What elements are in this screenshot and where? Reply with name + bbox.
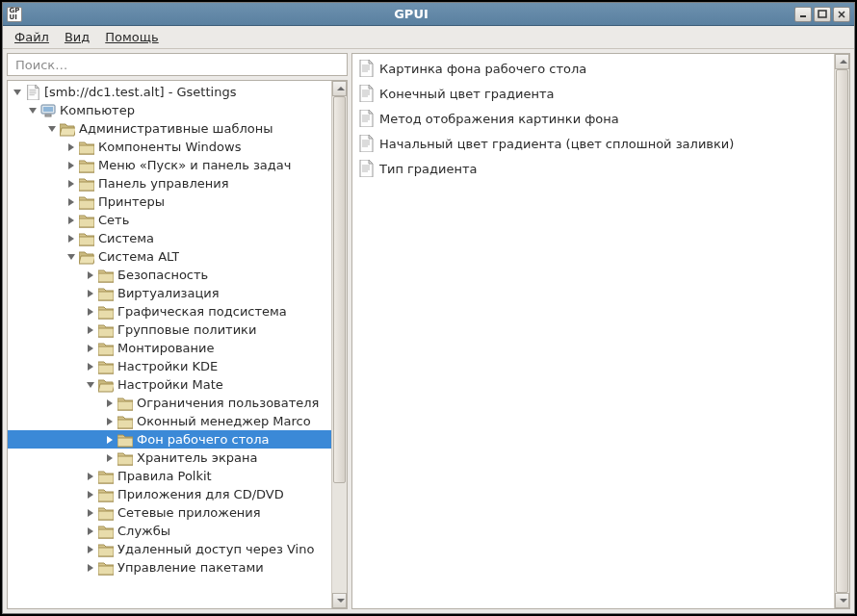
folder-icon (98, 286, 114, 301)
list-item[interactable]: Метод отображения картинки фона (352, 106, 834, 131)
scroll-track[interactable] (835, 69, 849, 593)
scroll-thumb[interactable] (333, 96, 346, 483)
right-panel: Картинка фона рабочего стола Конечный цв… (351, 53, 850, 609)
tree-item-user-restrictions[interactable]: Ограничения пользователя (8, 394, 331, 412)
tree-item-alt-system[interactable]: Система ALT (8, 247, 331, 266)
expander-icon[interactable] (104, 434, 116, 446)
tree-item-virtualization[interactable]: Виртуализация (8, 284, 331, 302)
close-button[interactable] (833, 7, 850, 22)
scroll-up-icon[interactable] (835, 54, 849, 69)
tree-item-kde-settings[interactable]: Настройки KDE (8, 357, 331, 375)
folder-icon (79, 140, 94, 155)
policy-list-body[interactable]: Картинка фона рабочего стола Конечный цв… (352, 54, 834, 608)
folder-open-icon (98, 377, 114, 393)
folder-icon (98, 505, 114, 521)
tree-item-mounting[interactable]: Монтирование (8, 339, 331, 357)
tree-item-graphics[interactable]: Графическая подсистема (8, 302, 331, 321)
tree-item-vino[interactable]: Удаленный доступ через Vino (8, 540, 331, 558)
expander-icon[interactable] (104, 398, 116, 409)
tree-item-screensaver[interactable]: Хранитель экрана (8, 449, 331, 467)
tree-item-system[interactable]: Система (8, 229, 331, 247)
tree-label: Безопасность (117, 268, 208, 282)
tree-item-mate-settings[interactable]: Настройки Mate (8, 375, 331, 394)
expander-icon[interactable] (85, 489, 96, 500)
expander-icon[interactable] (85, 361, 96, 372)
expander-icon[interactable] (85, 288, 96, 299)
expander-icon[interactable] (85, 471, 96, 482)
folder-icon (79, 213, 94, 228)
expander-icon[interactable] (85, 526, 96, 537)
tree-item-security[interactable]: Безопасность (8, 266, 331, 284)
tree-item-computer[interactable]: Компьютер (8, 101, 331, 119)
list-item[interactable]: Картинка фона рабочего стола (352, 56, 834, 81)
menu-help[interactable]: Помощь (99, 28, 164, 46)
expander-icon[interactable] (85, 507, 96, 519)
search-input[interactable] (13, 57, 341, 73)
tree-item-desktop-bg[interactable]: Фон рабочего стола (8, 430, 331, 449)
expander-icon[interactable] (85, 544, 96, 555)
expander-icon[interactable] (85, 343, 96, 354)
expander-icon[interactable] (85, 306, 96, 318)
document-icon (25, 85, 40, 100)
list-item[interactable]: Тип градиента (352, 156, 834, 181)
tree-item-cd-dvd[interactable]: Приложения для CD/DVD (8, 485, 331, 503)
expander-icon[interactable] (65, 233, 77, 244)
expander-icon[interactable] (65, 215, 77, 226)
titlebar[interactable]: GPUI GPUI (3, 3, 854, 26)
menubar: Файл Вид Помощь (3, 26, 854, 49)
expander-icon[interactable] (85, 379, 96, 391)
expander-icon[interactable] (12, 87, 23, 98)
expander-icon[interactable] (85, 324, 96, 336)
list-item-label: Тип градиента (379, 162, 478, 176)
minimize-button[interactable] (794, 7, 812, 22)
tree-item-polkit[interactable]: Правила Polkit (8, 467, 331, 485)
menu-file[interactable]: Файл (9, 28, 55, 46)
expander-icon[interactable] (104, 416, 116, 427)
tree-item-marco[interactable]: Оконный менеджер Marco (8, 412, 331, 430)
expander-icon[interactable] (85, 270, 96, 281)
tree-item-network[interactable]: Сеть (8, 211, 331, 229)
scroll-down-icon[interactable] (332, 593, 347, 608)
list-scrollbar[interactable] (834, 54, 849, 608)
scroll-thumb[interactable] (836, 69, 848, 593)
tree-item-net-apps[interactable]: Сетевые приложения (8, 503, 331, 522)
folder-icon (79, 158, 94, 173)
menu-view[interactable]: Вид (59, 28, 95, 46)
folder-icon (98, 487, 114, 502)
tree-label: Управление пакетами (117, 560, 264, 575)
expander-icon[interactable] (85, 562, 96, 574)
expander-icon[interactable] (104, 452, 116, 464)
tree-label: Панель управления (98, 176, 229, 191)
tree-label: Настройки Mate (117, 377, 223, 392)
tree-item-packages[interactable]: Управление пакетами (8, 558, 331, 577)
tree-item-windows-components[interactable]: Компоненты Windows (8, 138, 331, 156)
expander-icon[interactable] (46, 123, 58, 135)
tree-item-group-policies[interactable]: Групповые политики (8, 321, 331, 339)
tree-body[interactable]: [smb://dc1.test.alt] - Gsettings Компьют… (8, 81, 331, 608)
tree-item-root[interactable]: [smb://dc1.test.alt] - Gsettings (8, 83, 331, 101)
tree-label: Монтирование (117, 341, 214, 355)
expander-icon[interactable] (65, 141, 77, 153)
scroll-up-icon[interactable] (332, 81, 347, 96)
search-box[interactable] (7, 53, 348, 76)
tree-item-printers[interactable]: Принтеры (8, 192, 331, 211)
list-item[interactable]: Конечный цвет градиента (352, 81, 834, 106)
tree-label: Оконный менеджер Marco (137, 414, 311, 428)
expander-icon[interactable] (65, 251, 77, 263)
scroll-track[interactable] (332, 96, 347, 593)
tree-item-services[interactable]: Службы (8, 522, 331, 540)
expander-icon[interactable] (65, 178, 77, 190)
tree-label: Система (98, 231, 154, 245)
expander-icon[interactable] (65, 196, 77, 208)
tree-item-control-panel[interactable]: Панель управления (8, 174, 331, 192)
maximize-button[interactable] (814, 7, 831, 22)
tree-scrollbar[interactable] (331, 81, 347, 608)
expander-icon[interactable] (65, 160, 77, 171)
document-icon (358, 85, 374, 102)
tree-item-admin-templates[interactable]: Административные шаблоны (8, 119, 331, 138)
tree-item-start-menu[interactable]: Меню «Пуск» и панель задач (8, 156, 331, 174)
list-item[interactable]: Начальный цвет градиента (цвет сплошной … (352, 131, 834, 156)
computer-icon (40, 103, 56, 118)
scroll-down-icon[interactable] (835, 593, 849, 608)
expander-icon[interactable] (27, 105, 39, 116)
